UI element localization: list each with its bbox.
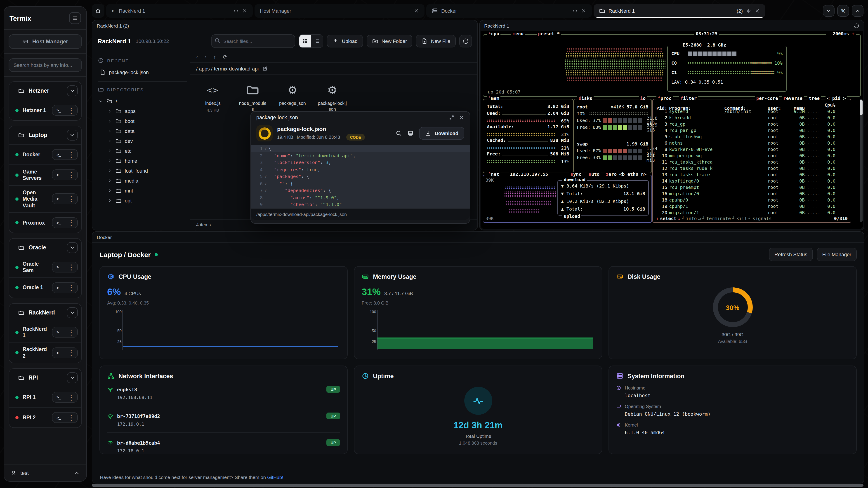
home-tab-button[interactable] bbox=[92, 4, 104, 18]
refresh-status-button[interactable]: Refresh Status bbox=[769, 248, 813, 261]
host-menu-button[interactable]: ⋮ bbox=[65, 170, 77, 180]
tree-item-boot[interactable]: boot bbox=[98, 116, 187, 126]
horizontal-scrollbar[interactable] bbox=[92, 484, 864, 487]
recent-file-item[interactable]: package-lock.json bbox=[98, 67, 187, 77]
terminal-scrollbar[interactable] bbox=[860, 99, 863, 222]
breadcrumb[interactable]: / apps / termix-download-api bbox=[196, 66, 258, 71]
upload-button[interactable]: Upload bbox=[327, 35, 363, 47]
net-sync-label[interactable]: sync bbox=[569, 172, 583, 177]
host-menu-button[interactable]: ⋮ bbox=[65, 348, 77, 358]
host-menu-button[interactable]: ⋮ bbox=[65, 283, 77, 293]
list-view-button[interactable] bbox=[311, 35, 323, 47]
tree-root-item[interactable]: / bbox=[98, 96, 187, 106]
host-item-docker[interactable]: Docker>_⋮ bbox=[9, 144, 81, 164]
process-row[interactable]: 5slub_flushwqroot0B.........0.0 bbox=[653, 134, 851, 140]
open-terminal-button[interactable]: >_ bbox=[53, 327, 65, 337]
tab-host-manager[interactable]: Host Manager bbox=[254, 4, 425, 18]
open-terminal-button[interactable]: >_ bbox=[53, 413, 65, 422]
proc-pid-nav[interactable]: < pid > bbox=[826, 96, 847, 101]
open-terminal-button[interactable]: >_ bbox=[53, 218, 65, 228]
nav-back-button[interactable]: ‹ bbox=[196, 54, 198, 60]
tab-racknerd-1[interactable]: RackNerd 1(2) bbox=[594, 4, 765, 18]
open-terminal-button[interactable]: >_ bbox=[53, 150, 65, 160]
download-button[interactable]: Download bbox=[419, 127, 464, 140]
process-row[interactable]: 3rcu_gproot0B.........0.0 bbox=[653, 121, 851, 127]
open-in-editor-icon[interactable] bbox=[408, 130, 414, 136]
group-header[interactable]: Oracle bbox=[9, 238, 81, 257]
host-item-open-media-vault[interactable]: Open Media Vault>_⋮ bbox=[9, 185, 81, 213]
tree-item-mnt[interactable]: mnt bbox=[98, 186, 187, 196]
net-zero-label[interactable]: zero bbox=[604, 172, 618, 177]
host-menu-button[interactable]: ⋮ bbox=[65, 218, 77, 228]
tree-item-dev[interactable]: dev bbox=[98, 136, 187, 146]
tree-item-apps[interactable]: apps bbox=[98, 106, 187, 116]
process-row[interactable]: 6netnsroot0B.........0.0 bbox=[653, 140, 851, 147]
host-menu-button[interactable]: ⋮ bbox=[65, 327, 77, 337]
host-item-proxmox[interactable]: Proxmox>_⋮ bbox=[9, 213, 81, 233]
process-row[interactable]: 14ksoftirqd/0root0B.........0.0 bbox=[653, 178, 851, 184]
process-row[interactable]: 15rcu_preemptroot0B.........0.0 bbox=[653, 184, 851, 191]
tabs-scroll-down-button[interactable] bbox=[823, 5, 835, 17]
sync-panel-icon[interactable] bbox=[854, 23, 860, 28]
open-terminal-button[interactable]: >_ bbox=[53, 283, 65, 293]
host-menu-button[interactable]: ⋮ bbox=[65, 194, 77, 204]
process-row[interactable]: 10mm_percpu_wqroot0B.........0.0 bbox=[653, 153, 851, 159]
file-item-package-lock-json[interactable]: ⚙package-lock.json bbox=[318, 82, 347, 112]
host-manager-button[interactable]: Host Manager bbox=[8, 34, 82, 49]
btop-terminal[interactable]: ¹cpu menu preset * 03:31:25 - 2000ms + E… bbox=[480, 31, 863, 229]
host-item-oracle-1[interactable]: Oracle 1>_⋮ bbox=[9, 277, 81, 297]
group-collapse-button[interactable] bbox=[67, 130, 78, 140]
new-folder-button[interactable]: New Folder bbox=[367, 35, 412, 47]
proc-filter-label[interactable]: filter bbox=[679, 96, 698, 101]
tree-item-data[interactable]: data bbox=[98, 126, 187, 136]
net-auto-label[interactable]: auto bbox=[587, 172, 601, 177]
tree-item-opt[interactable]: opt bbox=[98, 196, 187, 205]
host-menu-button[interactable]: ⋮ bbox=[65, 262, 77, 272]
host-item-hetzner-1[interactable]: Hetzner 1>_⋮ bbox=[9, 100, 81, 120]
code-preview[interactable]: 1∨{2 "name": "termix-download-api",3 "lo… bbox=[251, 145, 470, 208]
file-item-package-json[interactable]: ⚙package.json bbox=[278, 82, 307, 106]
edit-path-icon[interactable] bbox=[262, 66, 268, 71]
group-header[interactable]: RPI bbox=[9, 369, 81, 387]
host-menu-button[interactable]: ⋮ bbox=[65, 150, 77, 160]
process-row[interactable]: 13rcu_tasks_trace_root0B.........0.0 bbox=[653, 172, 851, 178]
process-row[interactable]: 12rcu_tasks_rude_kroot0B.........0.0 bbox=[653, 165, 851, 172]
btop-preset-label[interactable]: preset * bbox=[537, 31, 561, 36]
host-item-rpi-2[interactable]: RPI 2>_⋮ bbox=[9, 407, 81, 427]
tree-item-lost-found[interactable]: lost+found bbox=[98, 166, 187, 176]
open-terminal-button[interactable]: >_ bbox=[53, 392, 65, 402]
host-menu-button[interactable]: ⋮ bbox=[65, 392, 77, 402]
open-terminal-button[interactable]: >_ bbox=[53, 105, 65, 115]
tab-docker[interactable]: Docker bbox=[426, 4, 592, 18]
process-row[interactable]: 2kthreaddroot0B.........0.0 bbox=[653, 115, 851, 121]
user-menu[interactable]: test bbox=[4, 464, 86, 481]
host-item-racknerd-1[interactable]: RackNerd 1>_⋮ bbox=[9, 322, 81, 342]
group-collapse-button[interactable] bbox=[67, 307, 78, 318]
process-row[interactable]: 8kworker/0:0H-everoot0B.........0.0 bbox=[653, 147, 851, 153]
tabs-scroll-up-button[interactable] bbox=[852, 5, 864, 17]
close-modal-icon[interactable] bbox=[459, 115, 464, 120]
sidebar-menu-button[interactable] bbox=[69, 12, 81, 24]
nav-refresh-button[interactable]: ⟳ bbox=[223, 54, 227, 60]
refresh-files-button[interactable] bbox=[459, 35, 472, 47]
docker-file-manager-button[interactable]: File Manager bbox=[817, 248, 857, 261]
search-hosts-input[interactable] bbox=[8, 58, 82, 72]
new-file-button[interactable]: New File bbox=[416, 35, 456, 47]
open-terminal-button[interactable]: >_ bbox=[53, 348, 65, 358]
host-item-racknerd-2[interactable]: RackNerd 2>_⋮ bbox=[9, 342, 81, 363]
expand-icon[interactable] bbox=[449, 115, 454, 120]
group-collapse-button[interactable] bbox=[67, 242, 78, 253]
process-row[interactable]: 19cpuhp/1root0B.........0.0 bbox=[653, 203, 851, 210]
open-terminal-button[interactable]: >_ bbox=[53, 170, 65, 180]
grid-view-button[interactable] bbox=[299, 35, 311, 47]
proc-tree-label[interactable]: tree bbox=[807, 96, 821, 101]
tree-item-media[interactable]: media bbox=[98, 176, 187, 186]
host-menu-button[interactable]: ⋮ bbox=[65, 413, 77, 422]
host-item-rpi-1[interactable]: RPI 1>_⋮ bbox=[9, 387, 81, 407]
group-header[interactable]: Hetzner bbox=[9, 82, 81, 100]
host-item-game-servers[interactable]: Game Servers>_⋮ bbox=[9, 164, 81, 185]
tree-item-home[interactable]: home bbox=[98, 156, 187, 166]
open-terminal-button[interactable]: >_ bbox=[53, 262, 65, 272]
tools-button[interactable]: ⚒ bbox=[837, 5, 849, 17]
process-row[interactable]: 4rcu_par_gproot0B.........0.0 bbox=[653, 127, 851, 134]
